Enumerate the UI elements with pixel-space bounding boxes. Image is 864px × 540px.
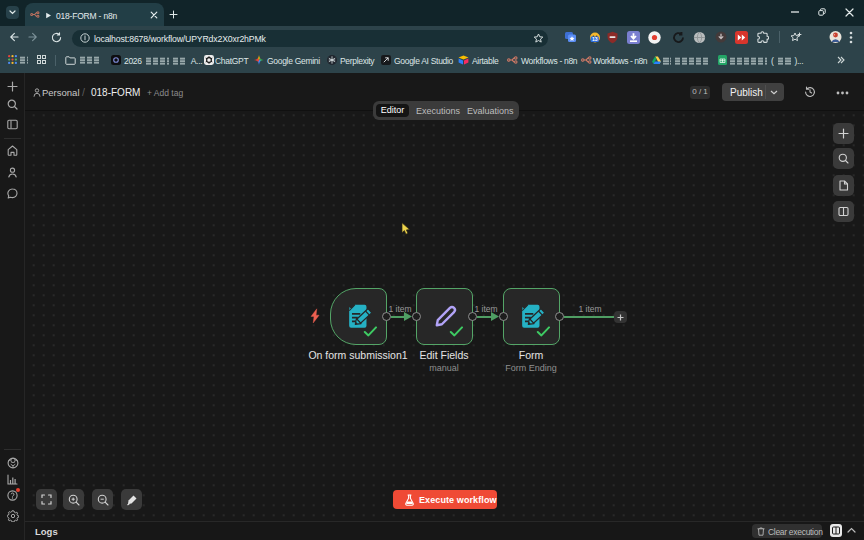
- svg-text:13: 13: [592, 36, 598, 42]
